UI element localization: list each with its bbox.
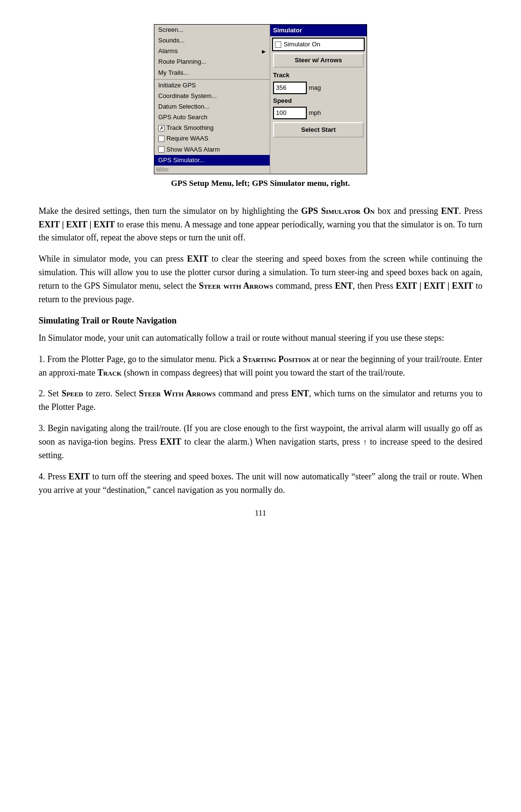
paragraph-3: In Simulator mode, your unit can automat… [39, 332, 482, 345]
menu-item-track-smoothing[interactable]: ✗ Track Smoothing [154, 123, 270, 133]
inline-steer-with-arrows: Steer with Arrows [199, 281, 273, 291]
inline-speed: Speed [62, 389, 83, 398]
simulator-title-bar: Simulator [270, 25, 367, 36]
page-number-text: 111 [255, 508, 266, 518]
inline-track: Track [97, 368, 122, 378]
gps-simulator-menu: Simulator Simulator On Steer w/ Arrows T… [270, 25, 367, 174]
section-heading-simulating: Simulating Trail or Route Navigation [39, 314, 482, 328]
menu-item-screen[interactable]: Screen... [154, 25, 270, 35]
section-heading-text: Simulating Trail or Route Navigation [39, 316, 177, 325]
track-input[interactable]: 356 [273, 82, 307, 94]
paragraph-6: 3. Begin navigating along the trail/rout… [39, 422, 482, 462]
gps-setup-menu: Screen... Sounds... Alarms Route Plannin… [154, 25, 270, 174]
track-unit: mag [309, 83, 321, 93]
speed-label-text: Speed [273, 97, 292, 104]
menu-item-coordinate-system[interactable]: Coordinate System... [154, 91, 270, 101]
inline-steer-with-arrows-2: Steer With Arrows [139, 389, 216, 398]
speed-input-row: 100 mph [273, 107, 364, 119]
simulator-on-row[interactable]: Simulator On [272, 38, 365, 51]
ui-screenshot-area: Screen... Sounds... Alarms Route Plannin… [39, 24, 482, 200]
inline-starting-position: Starting Position [243, 354, 310, 364]
menu-item-gps-auto-search[interactable]: GPS Auto Search [154, 112, 270, 123]
show-waas-alarm-checkbox[interactable] [158, 146, 165, 153]
steer-with-arrows-button[interactable]: Steer w/ Arrows [273, 53, 364, 68]
menu-item-datum-selection[interactable]: Datum Selection... [154, 101, 270, 112]
paragraph-2: While in simulator mode, you can press E… [39, 252, 482, 307]
menu-item-require-waas[interactable]: Require WAAS [154, 133, 270, 144]
speed-label: Speed [270, 95, 367, 106]
steer-button-label: Steer w/ Arrows [295, 56, 342, 64]
inline-gps-simulator-on: GPS Simulator On [301, 206, 374, 216]
paragraph-4: 1. From the Plotter Page, go to the simu… [39, 353, 482, 380]
menu-item-sounds[interactable]: Sounds... [154, 35, 270, 46]
figure-caption: GPS Setup Menu, left; GPS Simulator menu… [154, 177, 367, 190]
menu-item-show-waas-alarm[interactable]: Show WAAS Alarm [154, 144, 270, 155]
speed-input[interactable]: 100 [273, 107, 307, 119]
menu-item-alarms[interactable]: Alarms [154, 46, 270, 56]
menu-footer: 600m [154, 166, 270, 174]
simulator-title: Simulator [273, 27, 302, 34]
select-start-button[interactable]: Select Start [273, 122, 364, 138]
paragraph-1: Make the desired settings, then turn the… [39, 205, 482, 245]
speed-unit: mph [309, 108, 321, 118]
menu-item-initialize-gps[interactable]: Initialize GPS [154, 79, 270, 91]
menus-container: Screen... Sounds... Alarms Route Plannin… [154, 24, 367, 174]
simulator-on-label: Simulator On [284, 40, 320, 49]
track-label: Track [270, 70, 367, 80]
paragraph-7: 4. Press EXIT to turn off the steering a… [39, 470, 482, 497]
track-smoothing-label: Track Smoothing [166, 123, 214, 133]
caption-text: GPS Setup Menu, left; GPS Simulator menu… [171, 179, 350, 188]
track-input-row: 356 mag [273, 82, 364, 94]
require-waas-checkbox[interactable] [158, 136, 165, 142]
menu-item-gps-simulator[interactable]: GPS Simulator... [154, 155, 270, 166]
menu-item-route-planning[interactable]: Route Planning... [154, 56, 270, 67]
up-arrow-icon: ↑ [363, 436, 367, 448]
paragraph-5: 2. Set Speed to zero. Select Steer With … [39, 387, 482, 414]
page-number: 111 [39, 507, 482, 519]
track-smoothing-checkbox[interactable]: ✗ [158, 125, 165, 131]
menu-item-my-trails[interactable]: My Trails... [154, 68, 270, 78]
select-start-label: Select Start [301, 126, 336, 133]
simulator-on-checkbox[interactable] [275, 42, 281, 48]
track-label-text: Track [273, 71, 289, 79]
